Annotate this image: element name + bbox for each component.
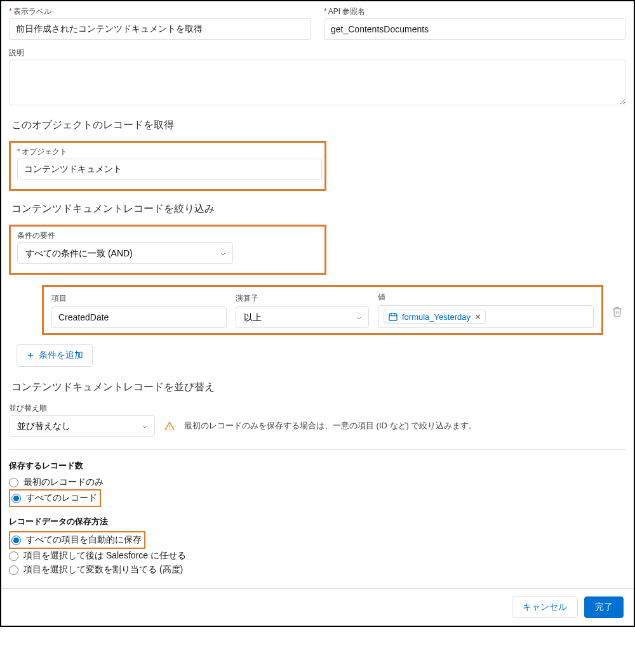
condition-req-label: 条件の要件 <box>17 230 318 241</box>
done-button[interactable]: 完了 <box>584 596 624 618</box>
radio-method-auto[interactable]: すべての項目を自動的に保存 <box>11 533 142 547</box>
trash-icon[interactable] <box>608 303 626 320</box>
display-label-label: 表示ラベル <box>9 6 311 17</box>
condition-logic-select[interactable]: すべての条件に一致 (AND) <box>17 242 233 264</box>
value-pill[interactable]: formula_Yesterday ✕ <box>384 310 486 324</box>
plus-icon: ＋ <box>26 350 35 361</box>
cancel-button[interactable]: キャンセル <box>512 596 578 618</box>
radio-method-choose-sf[interactable]: 項目を選択して後は Salesforce に任せる <box>9 549 626 563</box>
section-filter-title: コンテンツドキュメントレコードを絞り込み <box>9 202 626 216</box>
filter-operator-label: 演算子 <box>236 293 369 304</box>
filter-field-label: 項目 <box>51 293 227 304</box>
description-label: 説明 <box>9 48 626 58</box>
store-method-title: レコードデータの保存方法 <box>9 516 626 527</box>
object-label: オブジェクト <box>17 147 318 157</box>
radio-all-label: すべてのレコード <box>26 492 97 504</box>
calendar-icon <box>388 312 398 322</box>
add-condition-label: 条件を追加 <box>39 350 83 361</box>
radio-all-records[interactable]: すべてのレコード <box>11 491 97 505</box>
filter-value-input[interactable]: formula_Yesterday ✕ <box>378 305 594 328</box>
section-object-title: このオブジェクトのレコードを取得 <box>9 119 626 132</box>
sort-order-select[interactable]: 並び替えなし <box>9 415 155 437</box>
filter-value-label: 値 <box>378 292 594 303</box>
filter-field-input[interactable] <box>51 306 227 328</box>
value-pill-label: formula_Yesterday <box>402 312 471 322</box>
section-sort-title: コンテンツドキュメントレコードを並び替え <box>9 381 626 394</box>
radio-choose-sf-label: 項目を選択して後は Salesforce に任せる <box>23 550 186 562</box>
add-condition-button[interactable]: ＋ 条件を追加 <box>17 344 93 367</box>
svg-rect-0 <box>389 313 397 320</box>
radio-method-choose-var[interactable]: 項目を選択して変数を割り当てる (高度) <box>9 563 626 577</box>
api-name-label: API 参照名 <box>324 6 626 17</box>
radio-first-record[interactable]: 最初のレコードのみ <box>9 475 626 489</box>
sort-help-text: 最初のレコードのみを保存する場合は、一意の項目 (ID など) で絞り込みます。 <box>184 420 478 432</box>
radio-choose-var-label: 項目を選択して変数を割り当てる (高度) <box>23 564 183 576</box>
display-label-input[interactable] <box>9 18 311 40</box>
api-name-input[interactable] <box>324 18 626 40</box>
close-icon[interactable]: ✕ <box>474 312 481 322</box>
radio-auto-label: すべての項目を自動的に保存 <box>26 534 142 546</box>
warning-icon <box>164 420 175 432</box>
store-count-title: 保存するレコード数 <box>9 460 626 471</box>
sort-order-label: 並び替え順 <box>9 403 626 414</box>
object-input[interactable] <box>17 159 322 180</box>
radio-first-label: 最初のレコードのみ <box>23 477 104 488</box>
description-textarea[interactable] <box>9 60 626 105</box>
filter-operator-select[interactable]: 以上 <box>236 306 369 328</box>
